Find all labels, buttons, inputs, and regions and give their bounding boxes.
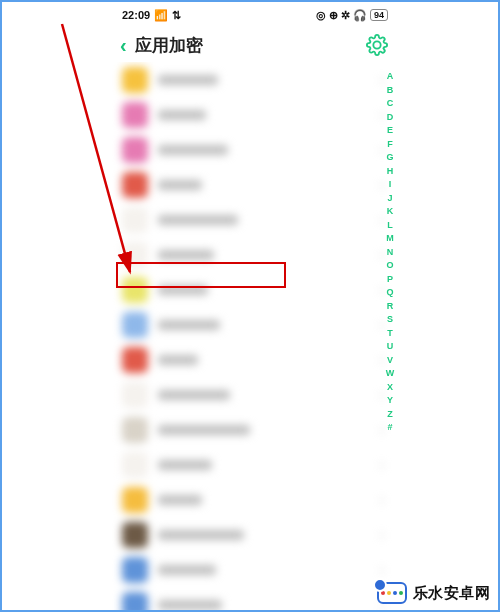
index-letter[interactable]: I bbox=[389, 180, 392, 189]
index-letter[interactable]: Z bbox=[387, 410, 393, 419]
chevron-right-icon: › bbox=[380, 527, 384, 542]
app-name-blur bbox=[158, 110, 206, 120]
index-letter[interactable]: D bbox=[387, 113, 394, 122]
app-name-blur bbox=[158, 460, 212, 470]
app-row[interactable]: › bbox=[110, 517, 400, 552]
app-icon bbox=[122, 172, 148, 198]
battery-level: 94 bbox=[370, 9, 388, 21]
watermark: 乐水安卓网 bbox=[377, 582, 491, 604]
index-letter[interactable]: E bbox=[387, 126, 393, 135]
app-row[interactable]: › bbox=[110, 62, 400, 97]
index-letter[interactable]: T bbox=[387, 329, 393, 338]
settings-button[interactable] bbox=[366, 34, 388, 60]
index-letter[interactable]: F bbox=[387, 140, 393, 149]
app-name-blur bbox=[158, 320, 220, 330]
app-row[interactable]: › bbox=[110, 447, 400, 482]
app-row[interactable]: › bbox=[110, 587, 400, 610]
index-letter[interactable]: U bbox=[387, 342, 394, 351]
page-title: 应用加密 bbox=[135, 34, 203, 57]
app-name-blur bbox=[158, 425, 250, 435]
index-letter[interactable]: R bbox=[387, 302, 394, 311]
app-list-wrap: ›››››››››››››››› bbox=[110, 62, 400, 610]
app-name-blur bbox=[158, 390, 230, 400]
app-icon bbox=[122, 417, 148, 443]
app-row[interactable]: › bbox=[110, 97, 400, 132]
index-letter[interactable]: O bbox=[386, 261, 393, 270]
app-icon bbox=[122, 452, 148, 478]
app-icon bbox=[122, 487, 148, 513]
index-letter[interactable]: G bbox=[386, 153, 393, 162]
app-row[interactable]: › bbox=[110, 377, 400, 412]
index-letter[interactable]: K bbox=[387, 207, 394, 216]
index-letter[interactable]: J bbox=[387, 194, 392, 203]
status-time: 22:09 bbox=[122, 9, 150, 21]
index-letter[interactable]: A bbox=[387, 72, 394, 81]
index-letter[interactable]: V bbox=[387, 356, 393, 365]
app-row[interactable]: › bbox=[110, 412, 400, 447]
app-row[interactable]: › bbox=[110, 132, 400, 167]
app-icon bbox=[122, 312, 148, 338]
app-name-blur bbox=[158, 355, 198, 365]
chevron-right-icon: › bbox=[380, 492, 384, 507]
statusbar-left: 22:09 📶 ⇅ bbox=[122, 9, 181, 21]
index-letter[interactable]: P bbox=[387, 275, 393, 284]
index-letter[interactable]: L bbox=[387, 221, 393, 230]
status-bar: 22:09 📶 ⇅ ◎ ⊕ ✲ 🎧 94 bbox=[110, 2, 400, 28]
status-icon-2: ✲ bbox=[341, 10, 350, 21]
status-icon-0: ◎ bbox=[316, 10, 326, 21]
watermark-text: 乐水安卓网 bbox=[413, 584, 491, 603]
app-icon bbox=[122, 137, 148, 163]
index-letter[interactable]: X bbox=[387, 383, 393, 392]
app-name-blur bbox=[158, 495, 202, 505]
app-row[interactable]: › bbox=[110, 307, 400, 342]
signal-icon: 📶 bbox=[154, 10, 168, 21]
app-icon bbox=[122, 382, 148, 408]
watermark-logo-icon bbox=[377, 582, 407, 604]
headphones-icon: 🎧 bbox=[353, 10, 367, 21]
app-icon bbox=[122, 102, 148, 128]
app-row[interactable]: › bbox=[110, 482, 400, 517]
app-icon bbox=[122, 522, 148, 548]
chevron-right-icon: › bbox=[380, 457, 384, 472]
app-name-blur bbox=[158, 145, 228, 155]
app-name-blur bbox=[158, 75, 218, 85]
app-name-blur bbox=[158, 600, 222, 610]
app-icon bbox=[122, 557, 148, 583]
app-name-blur bbox=[158, 180, 202, 190]
app-name-blur bbox=[158, 250, 214, 260]
app-icon bbox=[122, 207, 148, 233]
app-row[interactable]: › bbox=[110, 552, 400, 587]
phone-screen: 22:09 📶 ⇅ ◎ ⊕ ✲ 🎧 94 ‹ 应用加密 bbox=[110, 2, 400, 610]
app-row[interactable]: › bbox=[110, 202, 400, 237]
back-button[interactable]: ‹ bbox=[120, 35, 127, 55]
app-name-blur bbox=[158, 565, 216, 575]
chevron-right-icon: › bbox=[380, 562, 384, 577]
index-letter[interactable]: W bbox=[386, 369, 395, 378]
gear-icon bbox=[366, 34, 388, 56]
app-name-blur bbox=[158, 530, 244, 540]
app-row[interactable]: › bbox=[110, 167, 400, 202]
index-letter[interactable]: Q bbox=[386, 288, 393, 297]
index-letter[interactable]: # bbox=[387, 423, 392, 432]
index-letter[interactable]: M bbox=[386, 234, 394, 243]
title-bar: ‹ 应用加密 bbox=[110, 28, 400, 62]
outer-frame: 22:09 📶 ⇅ ◎ ⊕ ✲ 🎧 94 ‹ 应用加密 bbox=[0, 0, 500, 612]
index-letter[interactable]: B bbox=[387, 86, 394, 95]
app-list[interactable]: ›››››››››››››››› bbox=[110, 62, 400, 610]
app-icon bbox=[122, 347, 148, 373]
alpha-index[interactable]: ABCDEFGHIJKLMNOPQRSTUVWXYZ# bbox=[383, 72, 397, 432]
app-row[interactable]: › bbox=[110, 342, 400, 377]
index-letter[interactable]: N bbox=[387, 248, 394, 257]
status-icon-1: ⊕ bbox=[329, 10, 338, 21]
index-letter[interactable]: S bbox=[387, 315, 393, 324]
app-name-blur bbox=[158, 215, 238, 225]
app-icon bbox=[122, 592, 148, 611]
statusbar-right: ◎ ⊕ ✲ 🎧 94 bbox=[316, 9, 388, 21]
network-icon: ⇅ bbox=[172, 10, 181, 21]
index-letter[interactable]: H bbox=[387, 167, 394, 176]
highlight-rect bbox=[116, 262, 286, 288]
index-letter[interactable]: C bbox=[387, 99, 394, 108]
app-icon bbox=[122, 67, 148, 93]
index-letter[interactable]: Y bbox=[387, 396, 393, 405]
